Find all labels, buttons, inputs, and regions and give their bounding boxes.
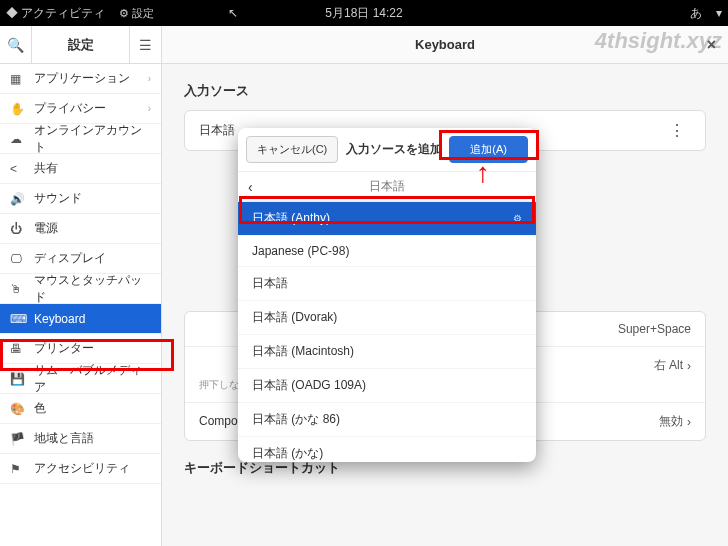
topbar-settings[interactable]: ⚙ 設定 xyxy=(119,6,154,21)
sidebar-item-label: サウンド xyxy=(34,190,151,207)
add-button[interactable]: 追加(A) xyxy=(449,136,528,163)
sidebar-icon: ▦ xyxy=(10,72,26,86)
sidebar-icon: 🏴 xyxy=(10,432,26,446)
sidebar-icon: < xyxy=(10,162,26,176)
dialog-subheader: ‹ 日本語 xyxy=(238,172,536,202)
input-source-option-5[interactable]: 日本語 (OADG 109A) xyxy=(238,369,536,403)
sidebar-item-label: アプリケーション xyxy=(34,70,148,87)
main-header: Keyboard × xyxy=(162,26,728,64)
more-icon[interactable]: ⋮ xyxy=(663,121,691,140)
sidebar-item-13[interactable]: ⚑アクセシビリティ xyxy=(0,454,161,484)
sidebar-item-9[interactable]: 🖶プリンター xyxy=(0,334,161,364)
search-icon[interactable]: 🔍 xyxy=(0,26,32,63)
cursor-icon: ↖ xyxy=(228,6,238,20)
sidebar-item-label: 共有 xyxy=(34,160,151,177)
cancel-button[interactable]: キャンセル(C) xyxy=(246,136,338,163)
sidebar-item-label: リムーバブルメディア xyxy=(34,362,151,396)
chevron-right-icon: › xyxy=(148,103,151,114)
sidebar-item-label: プリンター xyxy=(34,340,151,357)
sidebar-item-label: オンラインアカウント xyxy=(34,122,151,156)
input-source-option-3[interactable]: 日本語 (Dvorak) xyxy=(238,301,536,335)
add-input-source-dialog: キャンセル(C) 入力ソースを追加 追加(A) ‹ 日本語 日本語 (Anthy… xyxy=(238,128,536,462)
input-source-option-2[interactable]: 日本語 xyxy=(238,267,536,301)
sidebar-icon: 💾 xyxy=(10,372,26,386)
input-source-option-6[interactable]: 日本語 (かな 86) xyxy=(238,403,536,437)
option-label: 日本語 (Anthy) xyxy=(252,210,330,227)
sidebar-header: 🔍 設定 ☰ xyxy=(0,26,161,64)
sidebar-item-6[interactable]: 🖵ディスプレイ xyxy=(0,244,161,274)
sidebar-item-label: アクセシビリティ xyxy=(34,460,151,477)
sidebar-item-7[interactable]: 🖱マウスとタッチパッド xyxy=(0,274,161,304)
sidebar-item-label: 色 xyxy=(34,400,151,417)
section-title-input-sources: 入力ソース xyxy=(184,82,706,100)
input-source-option-4[interactable]: 日本語 (Macintosh) xyxy=(238,335,536,369)
hamburger-icon[interactable]: ☰ xyxy=(129,26,161,63)
dialog-list: 日本語 (Anthy)⚙Japanese (PC-98)日本語日本語 (Dvor… xyxy=(238,202,536,462)
sidebar-item-label: 電源 xyxy=(34,220,151,237)
sidebar-icon: 🎨 xyxy=(10,402,26,416)
dialog-header: キャンセル(C) 入力ソースを追加 追加(A) xyxy=(238,128,536,172)
sidebar-item-10[interactable]: 💾リムーバブルメディア xyxy=(0,364,161,394)
option-label: 日本語 (かな 86) xyxy=(252,411,340,428)
system-menu-icon[interactable]: ▾ xyxy=(716,6,722,20)
close-icon[interactable]: × xyxy=(707,36,716,54)
chevron-right-icon: › xyxy=(687,359,691,373)
sidebar-item-2[interactable]: ☁オンラインアカウント xyxy=(0,124,161,154)
sidebar-icon: ⏻ xyxy=(10,222,26,236)
clock[interactable]: 5月18日 14:22 xyxy=(325,5,402,22)
option-label: Japanese (PC-98) xyxy=(252,244,349,258)
input-source-option-0[interactable]: 日本語 (Anthy)⚙ xyxy=(238,202,536,236)
sidebar-icon: ⌨ xyxy=(10,312,26,326)
sidebar-item-8[interactable]: ⌨Keyboard xyxy=(0,304,161,334)
dialog-title: 入力ソースを追加 xyxy=(344,141,443,158)
sidebar-item-label: プライバシー xyxy=(34,100,148,117)
option-label: 日本語 (OADG 109A) xyxy=(252,377,366,394)
sidebar-item-5[interactable]: ⏻電源 xyxy=(0,214,161,244)
sidebar-list: ▦アプリケーション›✋プライバシー›☁オンラインアカウント<共有🔊サウンド⏻電源… xyxy=(0,64,161,546)
sidebar-icon: 🖱 xyxy=(10,282,26,296)
option-label: 日本語 (かな) xyxy=(252,445,323,462)
activities-button[interactable]: ◆ アクティビティ xyxy=(6,5,105,22)
input-source-option-7[interactable]: 日本語 (かな) xyxy=(238,437,536,462)
sidebar-item-label: マウスとタッチパッド xyxy=(34,272,151,306)
sidebar-icon: ✋ xyxy=(10,102,26,116)
sidebar-item-label: Keyboard xyxy=(34,312,151,326)
top-bar: ◆ アクティビティ ⚙ 設定 ↖ 5月18日 14:22 あ ▾ xyxy=(0,0,728,26)
option-label: 日本語 (Dvorak) xyxy=(252,309,337,326)
sidebar-item-0[interactable]: ▦アプリケーション› xyxy=(0,64,161,94)
sidebar-title: 設定 xyxy=(32,36,129,54)
option-label: 日本語 xyxy=(252,275,288,292)
sidebar-item-label: ディスプレイ xyxy=(34,250,151,267)
sidebar-item-label: 地域と言語 xyxy=(34,430,151,447)
sidebar-icon: 🖵 xyxy=(10,252,26,266)
sidebar-item-3[interactable]: <共有 xyxy=(0,154,161,184)
input-source-option-1[interactable]: Japanese (PC-98) xyxy=(238,236,536,267)
ime-indicator[interactable]: あ xyxy=(690,5,702,22)
sidebar-icon: ⚑ xyxy=(10,462,26,476)
sidebar-item-4[interactable]: 🔊サウンド xyxy=(0,184,161,214)
sidebar-icon: ☁ xyxy=(10,132,26,146)
sidebar-item-11[interactable]: 🎨色 xyxy=(0,394,161,424)
sidebar-item-1[interactable]: ✋プライバシー› xyxy=(0,94,161,124)
chevron-right-icon: › xyxy=(148,73,151,84)
back-icon[interactable]: ‹ xyxy=(248,179,253,195)
gear-icon: ⚙ xyxy=(513,213,522,224)
sidebar-icon: 🔊 xyxy=(10,192,26,206)
sidebar: 🔍 設定 ☰ ▦アプリケーション›✋プライバシー›☁オンラインアカウント<共有🔊… xyxy=(0,26,162,546)
chevron-right-icon: › xyxy=(687,415,691,429)
option-label: 日本語 (Macintosh) xyxy=(252,343,354,360)
sidebar-item-12[interactable]: 🏴地域と言語 xyxy=(0,424,161,454)
sidebar-icon: 🖶 xyxy=(10,342,26,356)
page-title: Keyboard xyxy=(415,37,475,52)
